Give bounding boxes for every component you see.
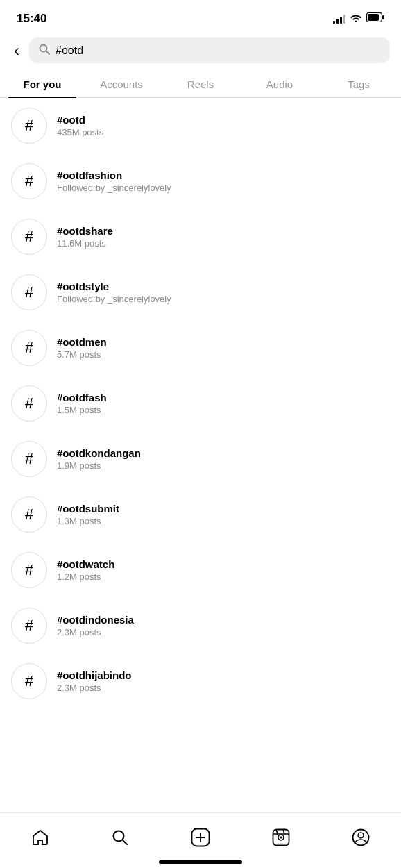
- tab-for-you[interactable]: For you: [3, 70, 82, 97]
- result-info: #ootdhijabindo 2.3M posts: [57, 669, 390, 693]
- svg-line-6: [123, 840, 127, 844]
- list-item[interactable]: # #ootdstyle Followed by _sincerelylovel…: [0, 265, 401, 320]
- wifi-icon: [350, 12, 362, 25]
- list-item[interactable]: # #ootdhijabindo 2.3M posts: [0, 653, 401, 709]
- tab-reels[interactable]: Reels: [161, 70, 240, 97]
- result-info: #ootdindonesia 2.3M posts: [57, 614, 390, 637]
- result-info: #ootdfash 1.5M posts: [57, 392, 390, 415]
- svg-point-12: [280, 836, 282, 838]
- hash-icon: #: [11, 330, 47, 366]
- result-info: #ootdfashion Followed by _sincerelylovel…: [57, 169, 390, 193]
- svg-point-5: [114, 831, 124, 841]
- list-item[interactable]: # #ootdsubmit 1.3M posts: [0, 487, 401, 542]
- hash-icon: #: [11, 108, 47, 144]
- list-item[interactable]: # #ootdindonesia 2.3M posts: [0, 598, 401, 653]
- home-indicator: [159, 860, 242, 864]
- list-item[interactable]: # #ootdfashion Followed by _sincerelylov…: [0, 153, 401, 209]
- result-info: #ootdshare 11.6M posts: [57, 225, 390, 249]
- svg-line-4: [46, 51, 50, 55]
- nav-create-button[interactable]: [182, 824, 219, 851]
- hash-icon: #: [11, 219, 47, 255]
- svg-line-15: [283, 829, 284, 834]
- bottom-nav: [0, 812, 401, 868]
- tab-tags[interactable]: Tags: [319, 70, 398, 97]
- status-bar: 15:40: [0, 0, 401, 33]
- search-icon: [39, 44, 50, 57]
- search-query: #ootd: [56, 44, 83, 57]
- list-item[interactable]: # #ootdmen 5.7M posts: [0, 320, 401, 376]
- svg-rect-1: [382, 15, 384, 19]
- list-item[interactable]: # #ootdfash 1.5M posts: [0, 376, 401, 431]
- search-bar-row: ‹ #ootd: [0, 33, 401, 70]
- svg-line-14: [276, 829, 278, 834]
- list-item[interactable]: # #ootd 435M posts: [0, 98, 401, 153]
- nav-home-button[interactable]: [22, 824, 58, 851]
- result-info: #ootdkondangan 1.9M posts: [57, 447, 390, 471]
- hash-icon: #: [11, 608, 47, 644]
- list-item[interactable]: # #ootdkondangan 1.9M posts: [0, 431, 401, 487]
- signal-icon: [333, 14, 345, 24]
- battery-icon: [366, 12, 384, 25]
- hash-icon: #: [11, 552, 47, 588]
- results-list: # #ootd 435M posts # #ootdfashion Follow…: [0, 98, 401, 709]
- tab-accounts[interactable]: Accounts: [82, 70, 161, 97]
- nav-profile-button[interactable]: [343, 824, 379, 851]
- tab-audio[interactable]: Audio: [240, 70, 319, 97]
- list-item[interactable]: # #ootdwatch 1.2M posts: [0, 542, 401, 598]
- hash-icon: #: [11, 496, 47, 533]
- result-info: #ootdsubmit 1.3M posts: [57, 503, 390, 526]
- hash-icon: #: [11, 441, 47, 477]
- nav-search-button[interactable]: [102, 824, 138, 851]
- back-button[interactable]: ‹: [11, 38, 22, 63]
- result-info: #ootd 435M posts: [57, 114, 390, 137]
- svg-rect-2: [368, 14, 379, 21]
- nav-reels-button[interactable]: [263, 824, 299, 851]
- search-input-wrap[interactable]: #ootd: [29, 37, 390, 63]
- status-icons: [333, 12, 384, 25]
- status-time: 15:40: [17, 12, 46, 26]
- tabs-row: For you Accounts Reels Audio Tags: [0, 70, 401, 98]
- hash-icon: #: [11, 274, 47, 310]
- list-item[interactable]: # #ootdshare 11.6M posts: [0, 209, 401, 265]
- hash-icon: #: [11, 663, 47, 699]
- result-info: #ootdmen 5.7M posts: [57, 336, 390, 360]
- hash-icon: #: [11, 385, 47, 422]
- result-info: #ootdstyle Followed by _sincerelylovely: [57, 281, 390, 304]
- hash-icon: #: [11, 163, 47, 199]
- result-info: #ootdwatch 1.2M posts: [57, 558, 390, 582]
- svg-point-17: [358, 833, 364, 838]
